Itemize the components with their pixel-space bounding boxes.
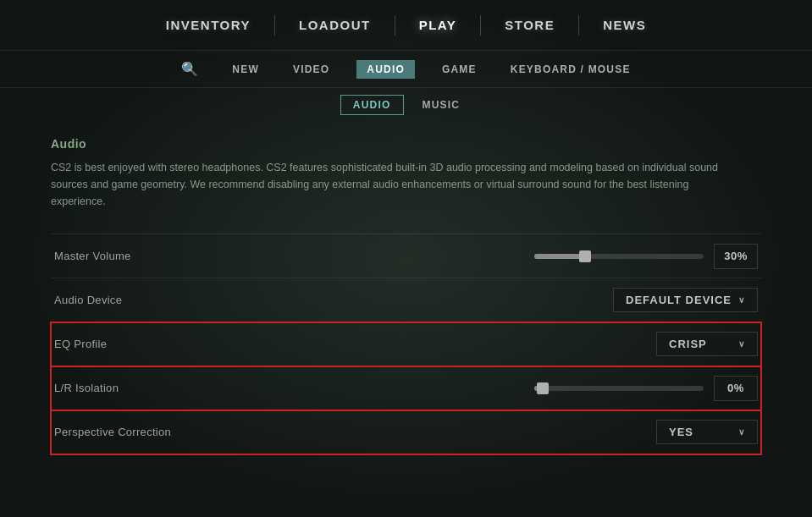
perspective-correction-dropdown[interactable]: YES ∨	[656, 420, 758, 444]
setting-row-audio-device: Audio Device DEFAULT DEVICE ∨	[51, 278, 761, 322]
search-icon[interactable]: 🔍	[174, 58, 205, 80]
setting-row-master-volume: Master Volume 30%	[51, 234, 761, 278]
perspective-correction-label: Perspective Correction	[54, 426, 171, 438]
lr-isolation-label: L/R Isolation	[54, 382, 119, 394]
sub-navigation: 🔍 NEW VIDEO AUDIO GAME KEYBOARD / MOUSE	[0, 51, 812, 88]
eq-profile-label: EQ Profile	[54, 338, 107, 350]
audio-device-chevron-icon: ∨	[738, 295, 745, 305]
section-description: CS2 is best enjoyed with stereo headphon…	[51, 159, 745, 210]
setting-row-eq-profile: EQ Profile CRISP ∨	[51, 322, 761, 366]
audio-device-value: DEFAULT DEVICE	[626, 294, 732, 306]
perspective-correction-control: YES ∨	[656, 420, 758, 444]
master-volume-control: 30%	[534, 244, 758, 269]
perspective-correction-value: YES	[669, 426, 693, 438]
lr-isolation-control: 0%	[534, 376, 758, 401]
audio-device-control: DEFAULT DEVICE ∨	[613, 288, 758, 312]
master-volume-label: Master Volume	[54, 250, 131, 262]
master-volume-fill	[534, 254, 585, 259]
nav-item-store[interactable]: STORE	[481, 18, 578, 32]
lr-isolation-slider[interactable]	[534, 386, 704, 391]
sub-nav-video[interactable]: VIDEO	[286, 60, 336, 79]
master-volume-thumb[interactable]	[579, 250, 591, 262]
eq-profile-control: CRISP ∨	[656, 332, 758, 356]
nav-item-play[interactable]: PLAY	[395, 18, 481, 32]
sub-nav-audio[interactable]: AUDIO	[356, 60, 415, 79]
main-content: Audio CS2 is best enjoyed with stereo he…	[0, 122, 812, 454]
nav-item-inventory[interactable]: INVENTORY	[142, 18, 274, 32]
sub-nav-game[interactable]: GAME	[435, 60, 483, 79]
audio-device-label: Audio Device	[54, 294, 122, 306]
tab-audio[interactable]: AUDIO	[340, 95, 404, 115]
nav-item-loadout[interactable]: LOADOUT	[275, 18, 395, 32]
setting-row-perspective-correction: Perspective Correction YES ∨	[51, 410, 761, 454]
nav-item-news[interactable]: NEWS	[579, 18, 670, 32]
sub-nav-new[interactable]: NEW	[225, 60, 266, 79]
lr-isolation-thumb[interactable]	[537, 382, 549, 394]
master-volume-slider[interactable]	[534, 254, 704, 259]
eq-profile-dropdown[interactable]: CRISP ∨	[656, 332, 758, 356]
sub-nav-keyboard-mouse[interactable]: KEYBOARD / MOUSE	[504, 60, 638, 79]
audio-device-dropdown[interactable]: DEFAULT DEVICE ∨	[613, 288, 758, 312]
tab-row: AUDIO MUSIC	[0, 88, 812, 122]
eq-profile-chevron-icon: ∨	[738, 339, 745, 349]
settings-list: Master Volume 30% Audio Device DEFAULT D…	[51, 234, 761, 454]
eq-profile-value: CRISP	[669, 338, 707, 350]
master-volume-value: 30%	[714, 244, 758, 269]
perspective-correction-chevron-icon: ∨	[738, 427, 745, 437]
section-title: Audio	[51, 137, 761, 151]
top-navigation: INVENTORY LOADOUT PLAY STORE NEWS	[0, 0, 812, 51]
setting-row-lr-isolation: L/R Isolation 0%	[51, 366, 761, 410]
lr-isolation-value: 0%	[714, 376, 758, 401]
tab-music[interactable]: MUSIC	[411, 96, 472, 114]
